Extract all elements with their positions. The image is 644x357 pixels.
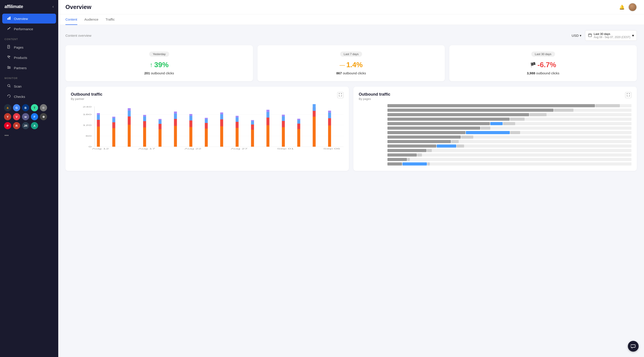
svg-text:180: 180 xyxy=(83,113,92,116)
date-range-label: Last 30 days xyxy=(594,32,630,36)
svg-rect-48 xyxy=(159,124,162,129)
arrow-up-icon: ↑ xyxy=(150,61,153,68)
notifications-button[interactable]: 🔔 xyxy=(619,4,625,10)
chart-by-partner-title: Outbound traffic xyxy=(71,92,102,97)
svg-rect-92 xyxy=(328,118,331,125)
svg-text:Sep 01: Sep 01 xyxy=(277,148,294,150)
chart-by-pages-header: Outbound traffic By pages xyxy=(359,92,632,101)
hbar-row-13 xyxy=(359,158,632,161)
hbar-fill-light-12 xyxy=(417,153,422,157)
date-range-picker[interactable]: Last 30 days Aug 08 - Sep 07, 2020 (CEST… xyxy=(585,30,637,41)
chart-by-pages-expand[interactable] xyxy=(625,92,632,98)
monitor-section-label: MONITOR xyxy=(0,73,58,81)
sidebar-item-overview-label: Overview xyxy=(14,17,28,20)
partner-icons-more[interactable]: ••• xyxy=(0,131,58,140)
svg-rect-91 xyxy=(328,125,331,147)
partner-icon-booking[interactable]: B xyxy=(22,104,29,111)
sidebar-item-performance[interactable]: Performance xyxy=(2,24,56,34)
topbar-actions: 🔔 xyxy=(619,3,637,11)
hbar-fill-blue-5 xyxy=(490,122,502,125)
svg-rect-83 xyxy=(297,129,300,147)
sidebar-item-checks[interactable]: Checks xyxy=(2,92,56,101)
svg-text:Aug 12: Aug 12 xyxy=(92,148,109,150)
partner-icon-amazon[interactable]: a xyxy=(4,104,11,111)
sidebar-collapse-button[interactable]: ‹ xyxy=(52,4,54,9)
partner-icon-13[interactable]: JR xyxy=(22,122,29,129)
svg-rect-54 xyxy=(174,111,177,114)
chat-button[interactable] xyxy=(628,341,638,352)
svg-rect-35 xyxy=(112,128,115,147)
partner-icon-google[interactable]: G xyxy=(13,104,20,111)
svg-rect-75 xyxy=(266,125,269,147)
sidebar-item-pages[interactable]: Pages xyxy=(2,42,56,52)
main-nav: Overview Performance xyxy=(0,13,58,34)
svg-rect-85 xyxy=(297,120,300,124)
tab-content[interactable]: Content xyxy=(66,14,77,25)
hbar-fill-light-7 xyxy=(510,131,520,134)
svg-rect-68 xyxy=(236,122,238,128)
hbar-track-8 xyxy=(388,135,632,139)
svg-rect-63 xyxy=(220,126,223,147)
currency-selector[interactable]: USD ▾ xyxy=(572,33,582,38)
pages-icon xyxy=(7,45,11,49)
stat-card-7days: Last 7 days — 1.4% 867 outbound clicks xyxy=(258,45,445,81)
tab-traffic[interactable]: Traffic xyxy=(106,14,115,25)
scan-icon xyxy=(7,84,11,88)
partner-icon-12[interactable]: R xyxy=(13,122,20,129)
tabs-bar: Content Audience Traffic xyxy=(58,14,644,25)
hbar-row-2 xyxy=(359,109,632,112)
svg-rect-34 xyxy=(97,113,100,115)
sidebar-item-overview[interactable]: Overview xyxy=(2,14,56,23)
hbar-row-4 xyxy=(359,118,632,121)
partner-icon-7[interactable]: V xyxy=(13,113,20,120)
sidebar-item-partners-label: Partners xyxy=(14,66,27,70)
svg-line-15 xyxy=(10,86,10,87)
svg-rect-55 xyxy=(189,127,192,147)
svg-rect-57 xyxy=(189,116,192,120)
stat-value-yesterday: ↑ 39% xyxy=(150,61,168,69)
hbar-fill-blue-14 xyxy=(402,162,427,166)
hbar-fill-light-9 xyxy=(451,140,459,143)
overview-icon xyxy=(7,16,11,21)
partner-icon-tripadvisor[interactable]: T xyxy=(31,104,38,111)
svg-rect-81 xyxy=(282,116,285,121)
partner-icon-10[interactable]: ⊕ xyxy=(40,113,47,120)
sidebar-item-products[interactable]: Products xyxy=(2,53,56,62)
stat-period-30days: Last 30 days xyxy=(531,51,555,57)
hbar-fill-dark-8 xyxy=(388,135,461,139)
partner-icon-9[interactable]: F xyxy=(31,113,38,120)
hbar-fill-light-3 xyxy=(530,113,546,116)
hbar-row-12 xyxy=(359,153,632,157)
svg-text:0: 0 xyxy=(88,146,92,148)
svg-rect-56 xyxy=(189,120,192,127)
svg-rect-36 xyxy=(112,122,115,128)
partner-icon-5[interactable]: © xyxy=(40,104,47,111)
sidebar-item-products-label: Products xyxy=(14,56,27,59)
hbar-fill-light-5 xyxy=(503,122,515,125)
svg-rect-80 xyxy=(282,121,285,127)
svg-rect-33 xyxy=(97,115,100,120)
hbar-track-2 xyxy=(388,109,632,112)
app-logo: affilimate xyxy=(4,4,23,9)
date-picker-content: Last 30 days Aug 08 - Sep 07, 2020 (CEST… xyxy=(594,32,630,39)
svg-rect-46 xyxy=(143,115,146,116)
hbar-row-6 xyxy=(359,127,632,130)
sidebar-item-partners[interactable]: Partners xyxy=(2,63,56,73)
chart-by-partner-expand[interactable] xyxy=(337,92,344,98)
content-nav: Pages Products Partners xyxy=(0,42,58,73)
partner-icon-8[interactable]: w xyxy=(22,113,29,120)
avatar[interactable] xyxy=(628,3,637,11)
partner-icon-6[interactable]: Y xyxy=(4,113,11,120)
partner-icon-11[interactable]: P xyxy=(4,122,11,129)
tab-audience[interactable]: Audience xyxy=(84,14,98,25)
svg-rect-53 xyxy=(174,114,177,119)
content-area: Content overview USD ▾ Last 30 days Aug … xyxy=(58,25,644,357)
svg-text:60: 60 xyxy=(86,135,92,137)
partner-icon-14[interactable]: A xyxy=(31,122,38,129)
stat-clicks-yesterday: 201 outbound clicks xyxy=(144,71,174,75)
sidebar-item-scan[interactable]: Scan xyxy=(2,81,56,91)
svg-rect-42 xyxy=(128,108,131,111)
hbar-chart xyxy=(359,104,632,166)
hbar-track-13 xyxy=(388,158,632,161)
chart-by-partner-titles: Outbound traffic By partner xyxy=(71,92,102,101)
